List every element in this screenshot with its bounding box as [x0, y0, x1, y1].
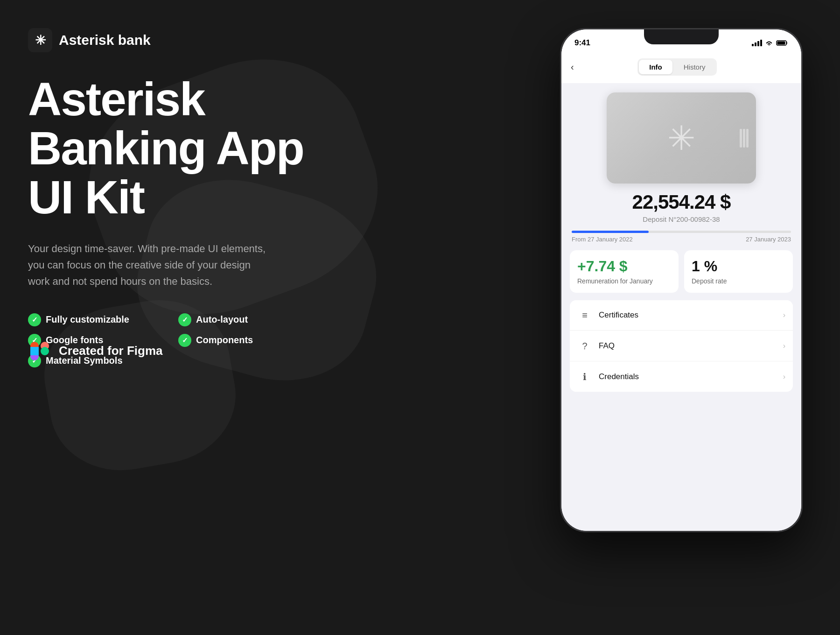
card-asterisk-icon: ✳ — [667, 119, 695, 158]
svg-rect-6 — [777, 42, 785, 45]
check-icon-0: ✓ — [28, 313, 41, 326]
menu-label-faq: FAQ — [599, 341, 777, 351]
feature-badge-3: ✓ Components — [178, 334, 317, 347]
tab-info[interactable]: Info — [639, 60, 672, 74]
logo-name: Asterisk bank — [59, 32, 151, 48]
status-time: 9:41 — [574, 38, 590, 48]
menu-item-credentials[interactable]: ℹ Credentials › — [570, 362, 793, 392]
amount-value: 22,554.24 $ — [570, 191, 793, 213]
feature-label-0: Fully customizable — [46, 314, 129, 325]
menu-list: ≡ Certificates › ? FAQ › ℹ Credentials › — [570, 300, 793, 392]
progress-bar-track — [572, 231, 791, 233]
stat-label-remuneration: Remuneration for January — [577, 277, 671, 285]
card-chip — [740, 129, 749, 148]
battery-icon — [776, 40, 788, 46]
signal-bars-icon — [752, 40, 762, 46]
date-from: From 27 January 2022 — [572, 236, 633, 243]
stat-label-rate: Deposit rate — [692, 277, 785, 285]
svg-point-4 — [41, 347, 49, 355]
figma-credit-text: Created for Figma — [59, 344, 163, 358]
logo-bar: ✳ Asterisk bank — [28, 28, 317, 52]
feature-label-1: Auto-layout — [196, 314, 248, 325]
check-icon-3: ✓ — [178, 334, 191, 347]
stat-value-rate: 1 % — [692, 258, 785, 275]
phone-mockup: 9:41 — [560, 28, 803, 532]
faq-icon: ? — [577, 339, 592, 353]
hero-title: Asterisk Banking App UI Kit — [28, 75, 317, 222]
certificates-icon: ≡ — [577, 308, 592, 323]
tab-history[interactable]: History — [673, 60, 716, 74]
stat-card-rate: 1 % Deposit rate — [684, 250, 793, 293]
right-panel: 9:41 — [551, 28, 812, 532]
app-content: ✳ 22,554.24 $ Deposit N°200-00982-38 — [561, 83, 801, 531]
phone-notch — [644, 29, 719, 44]
chevron-icon-0: › — [783, 311, 785, 319]
left-panel: ✳ Asterisk bank Asterisk Banking App UI … — [28, 28, 317, 391]
svg-rect-3 — [30, 347, 39, 355]
menu-item-faq[interactable]: ? FAQ › — [570, 331, 793, 361]
menu-item-certificates[interactable]: ≡ Certificates › — [570, 300, 793, 331]
progress-bar-fill — [572, 231, 649, 233]
phone-screen: 9:41 — [561, 29, 801, 531]
stat-card-remuneration: +7.74 $ Remuneration for January — [570, 250, 679, 293]
feature-badge-1: ✓ Auto-layout — [178, 313, 317, 326]
credentials-icon: ℹ — [577, 369, 592, 384]
tab-group: Info History — [637, 58, 717, 76]
menu-label-certificates: Certificates — [599, 310, 777, 320]
hero-description: Your design time-saver. With pre-made UI… — [28, 240, 271, 290]
feature-label-3: Components — [196, 335, 253, 346]
card-image-container: ✳ — [570, 92, 793, 183]
check-icon-1: ✓ — [178, 313, 191, 326]
stat-value-remuneration: +7.74 $ — [577, 258, 671, 275]
stats-row: +7.74 $ Remuneration for January 1 % Dep… — [570, 250, 793, 293]
figma-credit: Created for Figma — [28, 339, 163, 363]
amount-section: 22,554.24 $ Deposit N°200-00982-38 — [570, 191, 793, 223]
deposit-number: Deposit N°200-00982-38 — [570, 215, 793, 223]
progress-section: From 27 January 2022 27 January 2023 — [570, 231, 793, 243]
back-button[interactable]: ‹ — [571, 62, 574, 72]
logo-icon: ✳ — [28, 28, 52, 52]
progress-dates: From 27 January 2022 27 January 2023 — [572, 236, 791, 243]
status-icons — [752, 40, 788, 46]
app-header: ‹ Info History — [561, 53, 801, 83]
wifi-icon — [765, 40, 773, 46]
chevron-icon-2: › — [783, 373, 785, 381]
feature-badge-0: ✓ Fully customizable — [28, 313, 167, 326]
menu-label-credentials: Credentials — [599, 372, 777, 381]
chevron-icon-1: › — [783, 342, 785, 350]
bank-card-image: ✳ — [607, 92, 756, 183]
figma-icon — [28, 339, 51, 363]
date-to: 27 January 2023 — [746, 236, 791, 243]
